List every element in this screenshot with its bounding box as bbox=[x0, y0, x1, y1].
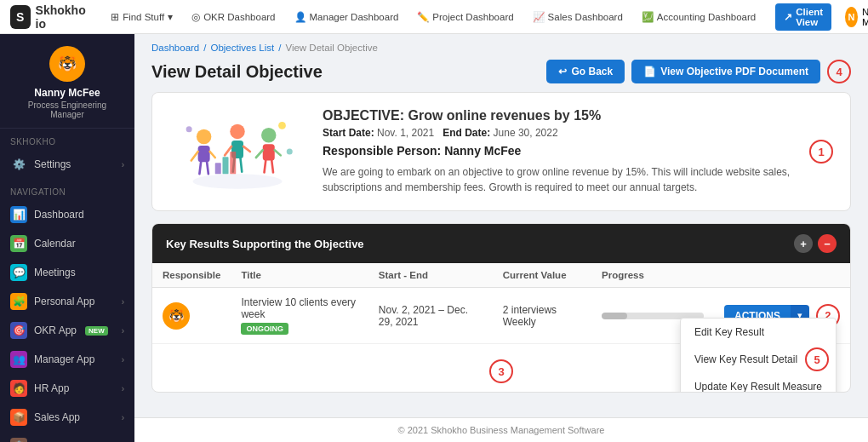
dashboard-icon: 📊 bbox=[10, 206, 27, 223]
add-key-result-button[interactable]: + bbox=[794, 234, 813, 253]
settings-chevron-icon: › bbox=[122, 160, 124, 169]
breadcrumb-objectives-list[interactable]: Objectives List bbox=[210, 43, 274, 53]
logo-icon: S bbox=[10, 5, 31, 29]
sidebar-user-role: Process Engineering Manager bbox=[10, 100, 124, 119]
remove-key-result-button[interactable]: − bbox=[818, 234, 837, 253]
header-buttons: ↩ Go Back 📄 View Objective PDF Document … bbox=[546, 60, 851, 83]
content-area: OBJECTIVE: Grow online revenues by 15% S… bbox=[134, 92, 868, 417]
svg-line-3 bbox=[191, 152, 198, 161]
sidebar-item-sales-app[interactable]: 📦 Sales App › bbox=[0, 403, 134, 432]
svg-point-1 bbox=[197, 129, 212, 145]
client-view-button[interactable]: ↗ Client View bbox=[775, 3, 831, 31]
breadcrumb: Dashboard / Objectives List / View Detai… bbox=[134, 34, 868, 56]
sidebar-item-manager-app[interactable]: 👥 Manager App › bbox=[0, 345, 134, 374]
calendar-icon: 📅 bbox=[10, 235, 27, 252]
sales-dashboard-nav[interactable]: 📈 Sales Dashboard bbox=[527, 8, 629, 26]
sidebar-item-hr-app[interactable]: 🧑 HR App › bbox=[0, 374, 134, 403]
objective-responsible: Responsible Person: Nanny McFee bbox=[323, 144, 792, 158]
row-title: Interview 10 clients every week ONGOING bbox=[231, 288, 368, 344]
accounting-icon: 💹 bbox=[642, 11, 654, 23]
svg-rect-19 bbox=[215, 163, 221, 174]
sidebar: 🐯 Nanny McFee Process Engineering Manage… bbox=[0, 34, 134, 442]
sidebar-user-section: 🐯 Nanny McFee Process Engineering Manage… bbox=[0, 34, 134, 129]
manager-dashboard-nav[interactable]: 👤 Manager Dashboard bbox=[288, 8, 405, 26]
project-app-icon: 📋 bbox=[10, 438, 27, 442]
col-progress: Progress bbox=[591, 263, 714, 288]
annotation-circle-3: 3 bbox=[489, 359, 513, 383]
col-actions bbox=[714, 263, 850, 288]
svg-rect-21 bbox=[230, 152, 236, 174]
annotation-circle-4: 4 bbox=[827, 60, 851, 83]
footer-text: © 2021 Skhokho Business Management Softw… bbox=[398, 425, 605, 435]
logo-text: Skhokho io bbox=[36, 3, 90, 31]
svg-point-0 bbox=[193, 174, 283, 189]
sidebar-item-okr-app[interactable]: 🎯 OKR App NEW › bbox=[0, 316, 134, 345]
objective-dates: Start Date: Nov. 1, 2021 End Date: June … bbox=[323, 127, 792, 139]
objective-illustration bbox=[169, 108, 306, 195]
objective-title: OBJECTIVE: Grow online revenues by 15% bbox=[323, 108, 792, 123]
user-avatar-top: N bbox=[845, 7, 858, 27]
skhokho-section-label: Skhokho bbox=[0, 129, 134, 150]
user-menu[interactable]: N Nanny McFee ▾ bbox=[838, 3, 868, 31]
okr-app-icon: 🎯 bbox=[10, 322, 27, 339]
status-badge: ONGOING bbox=[241, 323, 288, 335]
svg-line-16 bbox=[275, 150, 281, 155]
svg-point-23 bbox=[186, 126, 192, 132]
chevron-down-icon: ▾ bbox=[168, 11, 173, 23]
sidebar-item-meetings[interactable]: 💬 Meetings bbox=[0, 258, 134, 287]
svg-point-24 bbox=[287, 149, 293, 155]
objective-card: OBJECTIVE: Grow online revenues by 15% S… bbox=[151, 92, 851, 211]
dropdown-edit-key-result[interactable]: Edit Key Result bbox=[681, 319, 836, 346]
find-stuff-icon: ⊞ bbox=[111, 11, 119, 23]
col-start-end: Start - End bbox=[368, 263, 493, 288]
view-pdf-button[interactable]: 📄 View Objective PDF Document bbox=[631, 60, 820, 83]
sales-app-icon: 📦 bbox=[10, 409, 27, 426]
okr-dashboard-nav[interactable]: ◎ OKR Dashboard bbox=[186, 8, 281, 26]
sidebar-item-personal-app[interactable]: 🧩 Personal App › bbox=[0, 287, 134, 316]
row-dates: Nov. 2, 2021 – Dec. 29, 2021 bbox=[368, 288, 493, 344]
sidebar-item-calendar[interactable]: 📅 Calendar bbox=[0, 229, 134, 258]
page-header: View Detail Objective ↩ Go Back 📄 View O… bbox=[134, 56, 868, 92]
svg-line-17 bbox=[265, 161, 266, 173]
kr-header-icons: + − bbox=[794, 234, 837, 253]
manager-app-icon: 👥 bbox=[10, 351, 27, 368]
row-responsible: 🐯 bbox=[152, 288, 231, 344]
svg-line-12 bbox=[241, 158, 243, 172]
svg-line-10 bbox=[243, 146, 250, 152]
settings-icon: ⚙️ bbox=[10, 156, 27, 173]
sales-icon: 📈 bbox=[533, 11, 545, 23]
actions-dropdown-menu: Edit Key Result View Key Result Detail U… bbox=[680, 318, 837, 393]
svg-rect-14 bbox=[263, 144, 275, 160]
svg-line-6 bbox=[207, 162, 208, 174]
top-navigation: S Skhokho io ⊞ Find Stuff ▾ ◎ OKR Dashbo… bbox=[0, 0, 868, 34]
sidebar-item-dashboard[interactable]: 📊 Dashboard bbox=[0, 200, 134, 229]
annotation-circle-1: 1 bbox=[809, 140, 833, 164]
page-title: View Detail Objective bbox=[151, 62, 546, 82]
personal-app-chevron-icon: › bbox=[122, 297, 124, 307]
col-responsible: Responsible bbox=[152, 263, 231, 288]
sidebar-item-project-app[interactable]: 📋 Project App › bbox=[0, 432, 134, 442]
annotation-circle-5: 5 bbox=[805, 347, 829, 371]
row-avatar: 🐯 bbox=[163, 302, 190, 330]
project-icon: ✏️ bbox=[417, 11, 429, 23]
key-results-header: Key Results Supporting the Objective + − bbox=[152, 224, 850, 263]
sidebar-item-settings[interactable]: ⚙️ Settings › bbox=[0, 150, 134, 179]
find-stuff-menu[interactable]: ⊞ Find Stuff ▾ bbox=[105, 8, 179, 26]
footer: © 2021 Skhokho Business Management Softw… bbox=[134, 417, 868, 442]
pdf-icon: 📄 bbox=[643, 66, 656, 77]
sidebar-user-name: Nanny McFee bbox=[34, 87, 100, 99]
manager-app-chevron-icon: › bbox=[122, 355, 124, 365]
svg-point-13 bbox=[261, 128, 277, 143]
svg-rect-2 bbox=[198, 146, 210, 162]
dropdown-update-key-result-measure[interactable]: Update Key Result Measure bbox=[681, 373, 836, 393]
breadcrumb-dashboard[interactable]: Dashboard bbox=[151, 43, 199, 53]
accounting-dashboard-nav[interactable]: 💹 Accounting Dashboard bbox=[636, 8, 762, 26]
go-back-button[interactable]: ↩ Go Back bbox=[546, 60, 625, 83]
svg-rect-20 bbox=[223, 157, 229, 174]
main-content: Dashboard / Objectives List / View Detai… bbox=[134, 34, 868, 442]
personal-app-icon: 🧩 bbox=[10, 293, 27, 310]
meetings-icon: 💬 bbox=[10, 264, 27, 281]
okr-icon: ◎ bbox=[191, 11, 200, 23]
navigation-section-label: Navigation bbox=[0, 179, 134, 200]
project-dashboard-nav[interactable]: ✏️ Project Dashboard bbox=[411, 8, 519, 26]
